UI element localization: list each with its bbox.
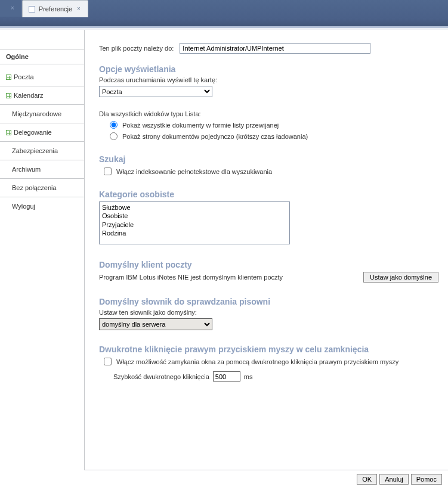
sidebar-heading[interactable]: Ogólne bbox=[0, 49, 84, 64]
expand-icon[interactable] bbox=[6, 93, 11, 98]
sidebar-item-label: Kalendarz bbox=[14, 92, 44, 99]
owner-label: Ten plik poczty należy do: bbox=[99, 45, 174, 52]
categories-heading: Kategorie osobiste bbox=[99, 190, 438, 199]
preferences-icon bbox=[29, 6, 35, 13]
cancel-button[interactable]: Anuluj bbox=[379, 474, 409, 485]
sidebar-item-delegation[interactable]: Delegowanie bbox=[0, 123, 84, 142]
sidebar-item-mail[interactable]: Poczta bbox=[0, 68, 84, 86]
sidebar-item-label: Bez połączenia bbox=[12, 184, 57, 191]
sidebar-item-logout[interactable]: Wyloguj bbox=[0, 197, 84, 215]
list-view-all-label: Pokaż wszystkie dokumenty w formie listy… bbox=[122, 122, 279, 129]
list-view-all-radio[interactable] bbox=[110, 121, 118, 129]
sidebar-item-calendar[interactable]: Kalendarz bbox=[0, 86, 84, 105]
categories-textarea[interactable] bbox=[99, 201, 290, 244]
tab-preferences[interactable]: Preferencje × bbox=[22, 0, 88, 17]
list-view-pages-label: Pokaż strony dokumentów pojedynczo (krót… bbox=[122, 133, 308, 140]
sidebar-item-label: Poczta bbox=[14, 73, 34, 80]
start-tab-label: Podczas uruchamiania wyświetl tę kartę: bbox=[99, 76, 438, 83]
sidebar-item-label: Archiwum bbox=[12, 166, 41, 173]
fulltext-label: Włącz indeksowanie pełnotekstowe dla wys… bbox=[116, 168, 272, 175]
ok-button[interactable]: OK bbox=[357, 474, 377, 485]
sidebar-item-offline[interactable]: Bez połączenia bbox=[0, 179, 84, 197]
sidebar: Ogólne Poczta Kalendarz Międzynarodowe D… bbox=[0, 30, 84, 470]
default-mail-status: Program IBM Lotus iNotes NIE jest domyśl… bbox=[99, 274, 283, 281]
search-heading: Szukaj bbox=[99, 154, 438, 164]
double-click-speed-input[interactable] bbox=[213, 371, 240, 381]
default-mail-heading: Domyślny klient poczty bbox=[99, 260, 438, 269]
expand-icon[interactable] bbox=[6, 130, 11, 135]
close-icon[interactable]: × bbox=[10, 1, 16, 16]
sidebar-item-label: Zabezpieczenia bbox=[12, 147, 58, 154]
double-click-speed-label: Szybkość dwukrotnego kliknięcia bbox=[113, 373, 209, 380]
owner-field[interactable] bbox=[180, 43, 370, 54]
dictionary-label: Ustaw ten słownik jako domyślny: bbox=[99, 309, 438, 316]
sidebar-item-international[interactable]: Międzynarodowe bbox=[0, 105, 84, 123]
sidebar-item-label: Międzynarodowe bbox=[12, 110, 61, 117]
sidebar-item-label: Delegowanie bbox=[14, 129, 52, 136]
expand-icon[interactable] bbox=[6, 75, 11, 80]
display-heading: Opcje wyświetlania bbox=[99, 64, 438, 74]
list-view-pages-radio[interactable] bbox=[110, 132, 118, 140]
double-click-heading: Dwukrotne kliknięcie prawym przyciskiem … bbox=[99, 345, 438, 354]
tab-label: Preferencje bbox=[39, 1, 72, 17]
tab-bar: × Preferencje × bbox=[0, 0, 448, 28]
close-icon[interactable]: × bbox=[76, 1, 82, 17]
sidebar-item-security[interactable]: Zabezpieczenia bbox=[0, 142, 84, 160]
double-click-enable-label: Włącz możliwość zamykania okna za pomocą… bbox=[116, 358, 398, 365]
double-click-enable-checkbox[interactable] bbox=[104, 358, 112, 365]
main-pane: Ten plik poczty należy do: Opcje wyświet… bbox=[84, 30, 448, 470]
sidebar-item-label: Wyloguj bbox=[12, 203, 35, 210]
fulltext-checkbox[interactable] bbox=[104, 167, 112, 175]
dictionary-heading: Domyślny słownik do sprawdzania pisowni bbox=[99, 297, 438, 306]
start-tab-select[interactable]: Poczta bbox=[99, 86, 212, 97]
tab-previous[interactable]: × bbox=[0, 0, 22, 17]
help-button[interactable]: Pomoc bbox=[411, 474, 442, 485]
set-default-mail-button[interactable]: Ustaw jako domyślne bbox=[363, 272, 438, 283]
list-views-label: Dla wszystkich widoków typu Lista: bbox=[99, 110, 438, 117]
dictionary-select[interactable]: domyślny dla serwera bbox=[99, 318, 212, 330]
double-click-speed-unit: ms bbox=[244, 373, 253, 380]
dialog-footer: OK Anuluj Pomoc bbox=[357, 474, 442, 485]
sidebar-item-archive[interactable]: Archiwum bbox=[0, 160, 84, 179]
